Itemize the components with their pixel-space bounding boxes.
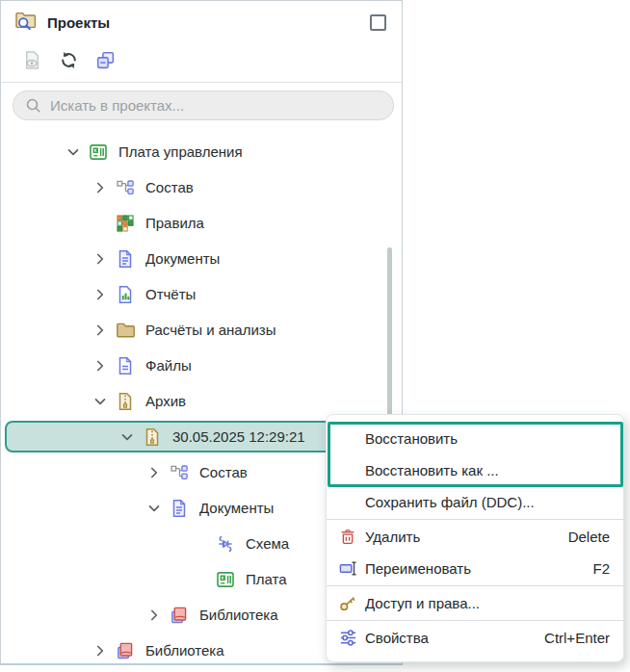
- tree-item-label: Плата управления: [118, 143, 243, 160]
- menu-item[interactable]: Доступ и права...: [327, 587, 623, 619]
- chevron-down-icon[interactable]: [147, 499, 169, 518]
- tree-item-label: 30.05.2025 12:29:21: [172, 428, 305, 445]
- structure-icon: [115, 177, 136, 198]
- menu-separator: [327, 519, 623, 520]
- refresh-button[interactable]: [57, 49, 81, 73]
- menu-separator: [327, 620, 623, 621]
- chevron-right-icon[interactable]: [93, 321, 115, 340]
- menu-item-shortcut: Ctrl+Enter: [544, 630, 610, 646]
- menu-item-label: Восстановить: [365, 430, 610, 447]
- menu-item-label: Свойства: [365, 630, 527, 646]
- key-icon: [338, 593, 365, 614]
- archive-icon: [142, 426, 163, 448]
- tree-item-label: Плата: [246, 571, 287, 587]
- tree-item-label: Состав: [145, 179, 194, 195]
- chevron-spacer: [93, 214, 115, 233]
- chevron-spacer: [194, 570, 215, 589]
- doc-icon: [115, 248, 136, 270]
- doc-eye-icon: [21, 49, 43, 74]
- tree-item-label: Документы: [199, 500, 274, 516]
- float-window-button[interactable]: [370, 14, 386, 31]
- menu-item-shortcut: Delete: [568, 529, 610, 545]
- schematic-icon: [215, 533, 236, 555]
- folder-search-icon: [14, 10, 38, 36]
- tree-item-label: Библиотека: [145, 642, 224, 659]
- file-icon: [115, 355, 136, 376]
- toolbar: [1, 43, 402, 83]
- library-icon: [115, 640, 136, 661]
- tree-item-label: Архив: [145, 393, 186, 409]
- chevron-right-icon[interactable]: [93, 249, 115, 269]
- menu-item-label: Удалить: [365, 529, 551, 545]
- panel-header: Проекты: [1, 1, 402, 43]
- chevron-down-icon[interactable]: [66, 142, 88, 162]
- rename-icon: [338, 558, 365, 580]
- tree-item-label: Библиотека: [199, 607, 278, 623]
- icon-spacer: [338, 460, 365, 481]
- menu-item[interactable]: УдалитьDelete: [327, 521, 623, 553]
- tree-item-label: Файлы: [145, 357, 192, 374]
- panel-title: Проекты: [47, 14, 370, 31]
- menu-separator: [327, 585, 623, 586]
- tree-row[interactable]: Файлы: [1, 348, 402, 383]
- tree-row[interactable]: Плата управления: [1, 134, 402, 169]
- menu-item[interactable]: Восстановить как ...: [327, 454, 623, 486]
- chevron-right-icon[interactable]: [93, 356, 115, 375]
- menu-item[interactable]: СвойстваCtrl+Enter: [327, 622, 623, 654]
- menu-item-label: Сохранить файл (DDC)...: [365, 494, 610, 510]
- search-input[interactable]: [13, 90, 394, 120]
- tree-item-label: Расчёты и анализы: [145, 322, 276, 338]
- chevron-right-icon[interactable]: [147, 606, 169, 625]
- chevron-right-icon[interactable]: [93, 178, 115, 197]
- tree-row[interactable]: Документы: [1, 241, 402, 276]
- tree-item-label: Правила: [145, 215, 204, 231]
- board-icon: [215, 569, 236, 590]
- tree-item-label: Схема: [246, 535, 289, 552]
- preview-document-button: [20, 49, 44, 73]
- sliders-icon: [338, 628, 365, 649]
- menu-item[interactable]: Сохранить файл (DDC)...: [327, 486, 623, 518]
- icon-spacer: [338, 492, 365, 513]
- context-menu: ВосстановитьВосстановить как ...Сохранит…: [326, 414, 624, 662]
- menu-item-label: Доступ и права...: [365, 595, 610, 611]
- chevron-down-icon[interactable]: [93, 392, 115, 411]
- doc-icon: [169, 498, 190, 519]
- rules-icon: [115, 213, 136, 234]
- tree-row[interactable]: Расчёты и анализы: [1, 312, 402, 348]
- collapse-all-icon: [94, 49, 117, 74]
- tree-row[interactable]: Правила: [1, 205, 402, 241]
- board-icon: [88, 142, 109, 163]
- menu-item[interactable]: Восстановить: [327, 423, 623, 454]
- tree-row[interactable]: Отчёты: [1, 276, 402, 312]
- trash-icon: [338, 527, 365, 548]
- scrollbar-thumb[interactable]: [387, 247, 392, 421]
- chevron-spacer: [194, 534, 215, 554]
- search-box: [13, 90, 392, 120]
- library-icon: [169, 605, 190, 626]
- folder-icon: [115, 320, 136, 341]
- structure-icon: [169, 462, 190, 483]
- menu-item-label: Переименовать: [365, 560, 575, 577]
- tree-item-label: Документы: [145, 250, 220, 267]
- chevron-right-icon[interactable]: [93, 285, 115, 304]
- tree-item-label: Отчёты: [145, 286, 196, 302]
- chevron-down-icon[interactable]: [120, 427, 142, 447]
- tree-item-label: Состав: [199, 464, 248, 480]
- chevron-right-icon[interactable]: [93, 641, 115, 660]
- refresh-icon: [58, 49, 80, 74]
- tree-row[interactable]: Состав: [1, 169, 402, 205]
- menu-item-shortcut: F2: [592, 560, 610, 577]
- icon-spacer: [338, 428, 365, 450]
- report-icon: [115, 284, 136, 305]
- archive-icon: [115, 391, 136, 412]
- menu-item-label: Восстановить как ...: [365, 462, 610, 478]
- menu-item[interactable]: ПереименоватьF2: [327, 553, 623, 584]
- chevron-right-icon[interactable]: [147, 463, 169, 482]
- collapse-all-button[interactable]: [93, 49, 118, 73]
